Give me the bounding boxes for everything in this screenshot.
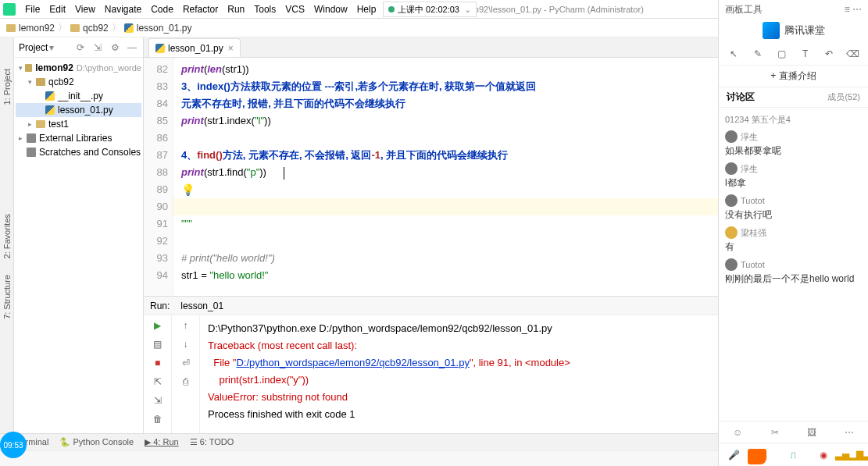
tree-scratches[interactable]: Scratches and Consoles: [16, 145, 141, 159]
tree-external-libs[interactable]: ▸External Libraries: [16, 131, 141, 145]
traceback-file-link[interactable]: D:/python_wordspace/lemon92/qcb92/lesson…: [236, 357, 469, 368]
chat-messages[interactable]: 01234 第五个是4 浮生如果都要拿呢 浮生l都拿 Tuotot没有执行吧 梁…: [719, 108, 868, 421]
avatar-icon: [725, 162, 738, 175]
scratch-icon: [27, 148, 36, 157]
banner-dropdown-icon[interactable]: ⌄: [464, 5, 471, 15]
avatar-icon: [725, 194, 738, 207]
live-dot-icon: [388, 6, 395, 12]
gear-icon[interactable]: ⚙: [109, 41, 121, 54]
print-icon[interactable]: ⎙: [179, 375, 193, 389]
chat-message: Tuotot刚刚的最后一个不是hello world: [725, 258, 862, 286]
mic-icon[interactable]: 🎤: [726, 447, 741, 463]
stop-icon[interactable]: ■: [151, 356, 165, 370]
menu-navigate[interactable]: Navigate: [100, 2, 146, 16]
pointer-icon[interactable]: ↖: [726, 46, 741, 62]
members-tab[interactable]: 成员(52): [827, 91, 860, 103]
line-gutter: 82838485868788899091929394: [144, 58, 173, 296]
run-title: Run:: [150, 301, 170, 311]
wrap-icon[interactable]: ⏎: [179, 356, 193, 370]
system-message: 01234 第五个是4: [725, 114, 862, 126]
rerun-icon[interactable]: ▶: [151, 318, 165, 333]
avatar-icon: [725, 130, 738, 143]
record-icon[interactable]: ◉: [816, 447, 831, 463]
undo-icon[interactable]: ↶: [821, 46, 837, 62]
menu-tools[interactable]: Tools: [249, 2, 280, 16]
avatar-icon: [725, 226, 738, 239]
folder-icon: [70, 24, 80, 32]
chat-message: 浮生如果都要拿呢: [725, 130, 862, 158]
sync-icon[interactable]: ⟳: [74, 41, 87, 54]
side-tab-project[interactable]: 1: Project: [2, 69, 12, 105]
menu-run[interactable]: Run: [223, 2, 249, 16]
tree-folder-qcb[interactable]: ▾qcb92: [16, 75, 141, 89]
python-file-icon: [155, 44, 165, 53]
image-icon[interactable]: 🖼: [807, 427, 816, 438]
drawing-toolbar: ↖ ✎ ▢ T ↶ ⌫: [719, 42, 868, 66]
chat-message: Tuotot没有执行吧: [725, 194, 862, 222]
close-tab-icon[interactable]: ×: [228, 43, 234, 54]
tab-todo[interactable]: ☰ 6: TODO: [190, 437, 234, 447]
menu-view[interactable]: View: [70, 2, 100, 16]
menu-code[interactable]: Code: [146, 2, 178, 16]
project-tree[interactable]: ▾lemon92D:\python_worde ▾qcb92 __init__.…: [14, 58, 143, 433]
menu-refactor[interactable]: Refactor: [178, 2, 223, 16]
run-settings-icon[interactable]: ▤: [151, 337, 165, 351]
clear-icon[interactable]: ⌫: [845, 46, 861, 62]
folder-icon: [6, 24, 16, 32]
menu-vcs[interactable]: VCS: [280, 2, 309, 16]
editor-tab-lesson[interactable]: lesson_01.py ×: [148, 38, 241, 57]
tree-folder-test1[interactable]: ▸test1: [16, 117, 141, 131]
crumb-project[interactable]: lemon92: [19, 23, 55, 34]
intro-tab[interactable]: + 直播介绍: [719, 66, 868, 87]
step-icon[interactable]: ⇱: [151, 375, 165, 389]
broadcast-panel: 画板工具≡ ⋯ 腾讯课堂 ↖ ✎ ▢ T ↶ ⌫ + 直播介绍 讨论区 成员(5…: [718, 0, 868, 466]
tencent-class-logo-icon: [763, 22, 780, 39]
tab-run[interactable]: ▶ 4: Run: [145, 437, 178, 447]
class-timer-banner: 上课中 02:02:03 ⌄: [383, 2, 477, 17]
board-tools-label: 画板工具: [725, 3, 763, 16]
side-tab-favorites[interactable]: 2: Favorites: [2, 214, 12, 258]
menu-file[interactable]: File: [20, 2, 45, 16]
text-cursor: [284, 167, 284, 180]
more-icon[interactable]: ⋯: [845, 427, 854, 438]
brand-label: 腾讯课堂: [784, 23, 825, 37]
time-badge: 09:53: [0, 432, 27, 458]
lightbulb-icon[interactable]: 💡: [181, 181, 195, 198]
down-icon[interactable]: ↓: [179, 337, 193, 351]
tab-python-console[interactable]: 🐍 Python Console: [59, 437, 134, 447]
broadcast-controls: 🎤 🔈 ⎍ ◉ ▃▅▂▇▃: [719, 443, 868, 466]
chat-message: 浮生l都拿: [725, 162, 862, 190]
crumb-folder[interactable]: qcb92: [83, 23, 109, 34]
menu-window[interactable]: Window: [309, 2, 352, 16]
trash-icon[interactable]: 🗑: [151, 412, 165, 426]
chat-action-row: ☺ ✂ 🖼 ⋯: [719, 421, 868, 443]
waveform-icon: ▃▅▂▇▃: [845, 447, 861, 463]
text-icon[interactable]: T: [798, 46, 813, 62]
collapse-icon[interactable]: ⇲: [91, 41, 104, 54]
hide-icon[interactable]: —: [126, 41, 138, 54]
emoji-icon[interactable]: ☺: [733, 427, 742, 438]
equalizer-icon[interactable]: ⎍: [785, 447, 801, 463]
rect-icon[interactable]: ▢: [773, 46, 789, 62]
project-pane-title: Project: [19, 42, 48, 53]
run-toolbar: ▶ ▤ ■ ⇱ ⇲ 🗑: [144, 315, 172, 433]
export-icon[interactable]: ⇲: [151, 393, 165, 407]
left-tool-strip: 1: Project 2: Favorites 7: Structure: [0, 37, 14, 433]
tree-file-init[interactable]: __init__.py: [16, 89, 141, 103]
class-timer-label: 上课中 02:02:03: [398, 4, 459, 16]
tree-file-lesson[interactable]: lesson_01.py: [16, 103, 141, 117]
menu-help[interactable]: Help: [352, 2, 381, 16]
menu-edit[interactable]: Edit: [45, 2, 70, 16]
avatar-icon: [725, 258, 738, 271]
up-icon[interactable]: ↑: [179, 318, 193, 333]
sogou-ime-icon[interactable]: [748, 449, 766, 464]
side-tab-structure[interactable]: 7: Structure: [2, 275, 12, 319]
scissors-icon[interactable]: ✂: [771, 427, 779, 438]
python-file-icon: [124, 23, 134, 33]
tree-root[interactable]: ▾lemon92D:\python_worde: [16, 61, 141, 75]
run-config-name[interactable]: lesson_01: [180, 301, 223, 311]
crumb-file[interactable]: lesson_01.py: [137, 23, 192, 34]
discuss-tab[interactable]: 讨论区: [727, 91, 755, 104]
pen-icon[interactable]: ✎: [750, 46, 766, 62]
run-toolbar-2: ↑ ↓ ⏎ ⎙: [172, 315, 200, 433]
